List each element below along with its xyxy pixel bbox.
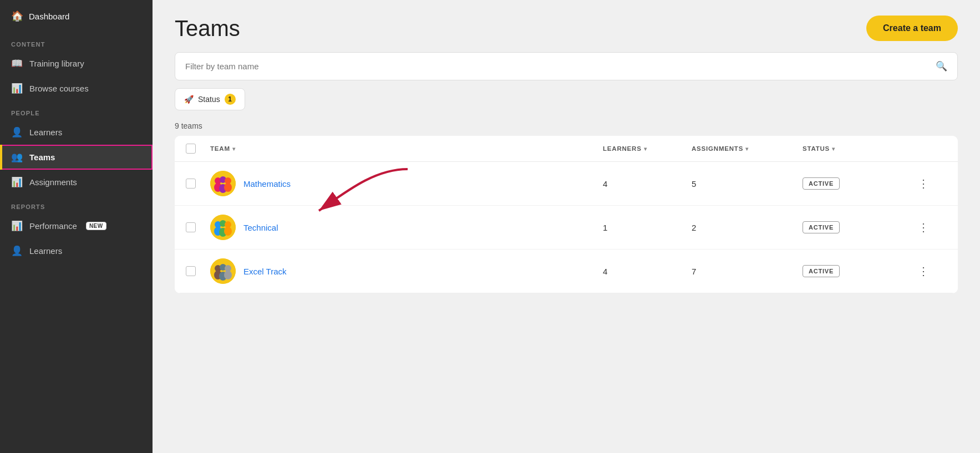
row3-learners: 4 — [603, 267, 692, 276]
main-content: Teams Create a team 🔍 🚀 Status 1 9 teams — [153, 0, 980, 453]
row1-checkbox-container — [186, 179, 210, 189]
performance-label: Performance — [29, 221, 77, 231]
search-bar: 🔍 — [175, 52, 958, 80]
table-row: Technical 1 2 ACTIVE ⋮ — [175, 206, 958, 250]
svg-point-21 — [224, 271, 232, 279]
row3-status-container: ACTIVE — [803, 265, 913, 277]
table-section: TEAM ▾ LEARNERS ▾ ASSIGNMENTS ▾ STATUS ▾ — [153, 136, 980, 453]
row2-assignments: 2 — [692, 223, 803, 232]
filter-area: 🔍 🚀 Status 1 — [153, 52, 980, 117]
row1-checkbox[interactable] — [186, 179, 196, 189]
learners-reports-icon: 👤 — [11, 245, 23, 257]
sidebar-item-teams[interactable]: 👥 Teams — [0, 145, 153, 170]
row2-status-badge: ACTIVE — [803, 221, 840, 233]
status-filter-label: Status — [198, 95, 220, 104]
row2-learners: 1 — [603, 223, 692, 232]
page-header: Teams Create a team — [153, 0, 980, 52]
create-team-button[interactable]: Create a team — [866, 16, 958, 41]
row1-status-container: ACTIVE — [803, 177, 913, 190]
row3-assignments: 7 — [692, 267, 803, 276]
row1-learners: 4 — [603, 179, 692, 189]
people-section-label: PEOPLE — [0, 101, 153, 120]
status-filter-badge: 1 — [225, 94, 236, 105]
assignments-sort-icon: ▾ — [745, 146, 749, 152]
training-library-label: Training library — [29, 59, 84, 68]
learners-sort-icon: ▾ — [644, 146, 647, 152]
row3-actions: ⋮ — [913, 262, 947, 280]
sidebar-item-learners-reports[interactable]: 👤 Learners — [0, 238, 153, 263]
sidebar: 🏠 Dashboard CONTENT 📖 Training library 📊… — [0, 0, 153, 453]
row1-actions: ⋮ — [913, 175, 947, 192]
row3-more-button[interactable]: ⋮ — [913, 262, 933, 280]
row1-team-name[interactable]: Mathematics — [243, 179, 291, 189]
team-column-header[interactable]: TEAM ▾ — [210, 145, 603, 152]
rocket-icon: 🚀 — [184, 95, 194, 104]
sidebar-item-performance[interactable]: 📊 Performance NEW — [0, 213, 153, 238]
row2-more-button[interactable]: ⋮ — [913, 218, 933, 236]
assignments-label: Assignments — [29, 177, 77, 187]
row1-more-button[interactable]: ⋮ — [913, 175, 933, 192]
learners-label: Learners — [29, 128, 62, 137]
row2-checkbox[interactable] — [186, 222, 196, 232]
svg-point-7 — [224, 183, 232, 192]
select-all-checkbox-container — [186, 144, 210, 154]
row1-avatar — [210, 171, 236, 196]
status-column-header[interactable]: STATUS ▾ — [803, 145, 913, 152]
search-input[interactable] — [185, 62, 936, 71]
row2-actions: ⋮ — [913, 218, 947, 236]
filter-chips: 🚀 Status 1 — [175, 88, 958, 110]
user-icon: 👤 — [11, 126, 23, 138]
row3-avatar — [210, 258, 236, 284]
table-header: TEAM ▾ LEARNERS ▾ ASSIGNMENTS ▾ STATUS ▾ — [175, 136, 958, 162]
active-indicator — [0, 145, 2, 170]
performance-icon: 📊 — [11, 220, 23, 232]
row2-team-name[interactable]: Technical — [243, 223, 278, 232]
book-icon: 📖 — [11, 58, 23, 69]
chart-icon: 📊 — [11, 83, 23, 94]
new-badge: NEW — [86, 222, 106, 230]
teams-table: TEAM ▾ LEARNERS ▾ ASSIGNMENTS ▾ STATUS ▾ — [175, 136, 958, 293]
row1-team-info: Mathematics — [210, 171, 603, 196]
row1-assignments: 5 — [692, 179, 803, 189]
teams-label: Teams — [29, 152, 55, 162]
row3-checkbox-container — [186, 266, 210, 276]
status-filter-chip[interactable]: 🚀 Status 1 — [175, 88, 245, 110]
sidebar-item-training-library[interactable]: 📖 Training library — [0, 51, 153, 76]
row3-checkbox[interactable] — [186, 266, 196, 276]
sidebar-item-browse-courses[interactable]: 📊 Browse courses — [0, 76, 153, 101]
row3-team-name[interactable]: Excel Track — [243, 267, 287, 276]
search-icon: 🔍 — [936, 60, 947, 72]
learners-column-header[interactable]: LEARNERS ▾ — [603, 145, 692, 152]
assignments-column-header[interactable]: ASSIGNMENTS ▾ — [692, 145, 803, 152]
row3-team-info: Excel Track — [210, 258, 603, 284]
row2-avatar — [210, 215, 236, 240]
row2-checkbox-container — [186, 222, 210, 232]
row2-team-info: Technical — [210, 215, 603, 240]
select-all-checkbox[interactable] — [186, 144, 196, 154]
content-section-label: CONTENT — [0, 32, 153, 51]
row2-status-container: ACTIVE — [803, 221, 913, 233]
learners-reports-label: Learners — [29, 246, 62, 256]
dashboard-label: Dashboard — [29, 12, 69, 21]
row1-status-badge: ACTIVE — [803, 177, 840, 190]
table-row: Excel Track 4 7 ACTIVE ⋮ — [175, 250, 958, 293]
svg-point-14 — [224, 227, 232, 236]
reports-section-label: REPORTS — [0, 195, 153, 213]
page-title: Teams — [175, 16, 240, 41]
browse-courses-label: Browse courses — [29, 84, 89, 93]
assignments-icon: 📊 — [11, 176, 23, 188]
sidebar-item-assignments[interactable]: 📊 Assignments — [0, 170, 153, 195]
sidebar-logo[interactable]: 🏠 Dashboard — [0, 0, 153, 32]
team-sort-icon: ▾ — [232, 146, 236, 152]
home-icon: 🏠 — [11, 10, 23, 22]
teams-icon: 👥 — [11, 151, 23, 163]
row3-status-badge: ACTIVE — [803, 265, 840, 277]
sidebar-item-learners[interactable]: 👤 Learners — [0, 120, 153, 145]
status-sort-icon: ▾ — [832, 146, 835, 152]
teams-count: 9 teams — [153, 117, 980, 136]
table-row: Mathematics 4 5 ACTIVE ⋮ — [175, 162, 958, 206]
